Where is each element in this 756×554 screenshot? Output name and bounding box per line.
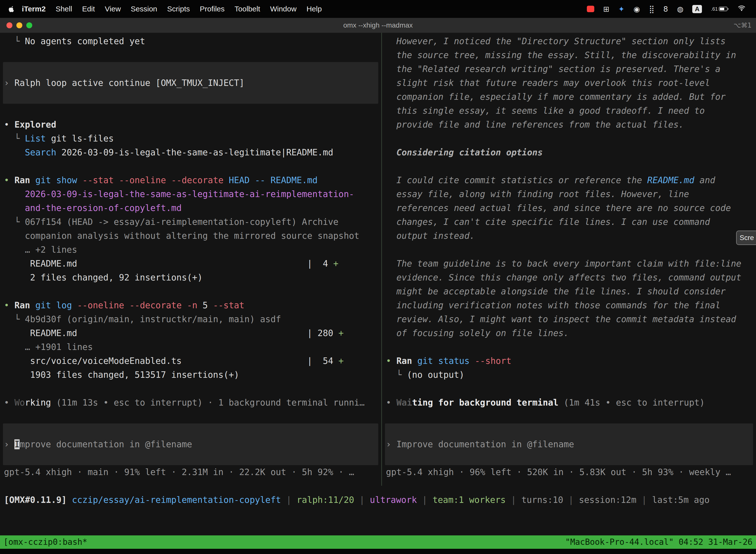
terminal-line: └ 4b9d30f (origin/main, instructkr/main,… <box>4 312 377 326</box>
text-segment: last:5m ago <box>652 495 710 505</box>
terminal-line: of focusing solely on file lines. <box>386 326 752 340</box>
terminal-line: • Ran git log --oneline --decorate -n 5 … <box>4 298 377 312</box>
text-segment: + <box>333 259 338 269</box>
profile-icon[interactable]: ◍ <box>677 5 683 13</box>
text-segment: [OMX#0.11.9] <box>4 495 67 505</box>
text-segment: └ <box>4 314 25 324</box>
text-segment: └ <box>4 36 25 46</box>
menu-item-help[interactable]: Help <box>302 5 327 13</box>
text-segment: --stat <box>213 300 244 310</box>
text-segment: 2026-03-09-is-legal-the-same-as-legitima… <box>56 148 333 157</box>
terminal-line: README.md | 4 + <box>4 257 377 271</box>
ralph-inject-banner[interactable]: › Ralph loop active continue [OMX_TMUX_I… <box>3 62 378 104</box>
text-segment: might be acceptable alongside the file l… <box>386 286 726 296</box>
menu-item-shell[interactable]: Shell <box>51 5 77 13</box>
terminal-line: src/voice/voiceModeEnabled.ts | 54 + <box>4 354 377 368</box>
text-segment <box>30 300 35 310</box>
app-icon-blue[interactable]: ✦ <box>618 5 625 13</box>
text-segment: git ls-files <box>46 133 114 144</box>
text-segment: src/voice/voiceModeEnabled.ts | 54 <box>4 356 338 366</box>
text-segment: • <box>4 175 14 185</box>
battery-icon[interactable]: .61 <box>711 6 729 12</box>
text-segment: companion analysis without altering the … <box>4 231 359 241</box>
text-segment: Improve documentation in @filename <box>396 439 574 449</box>
menu-item-session[interactable]: Session <box>126 5 162 13</box>
bottom-strip <box>0 549 756 554</box>
text-segment: • <box>4 398 14 407</box>
text-segment: | <box>417 495 433 505</box>
terminal-line: • Working (11m 13s • esc to interrupt) ·… <box>4 396 377 409</box>
text-segment: companion file, especially if more comme… <box>386 92 726 102</box>
dots-grid-icon[interactable]: ⣿ <box>649 5 654 13</box>
prompt-input[interactable]: › Improve documentation in @filename <box>385 424 753 465</box>
screen-recording-indicator[interactable] <box>587 6 594 12</box>
apple-menu-icon[interactable] <box>8 5 14 12</box>
wifi-icon[interactable] <box>738 5 746 13</box>
screen-share-notification[interactable]: Scre <box>736 231 756 245</box>
terminal-line: • Ran git show --stat --oneline --decora… <box>4 173 377 187</box>
blank-line <box>386 340 752 354</box>
text-segment: slight risk that future readers may over… <box>386 78 710 88</box>
terminal-line: the source tree, missing the essay. Stil… <box>386 48 752 62</box>
menu-item-iterm2[interactable]: iTerm2 <box>17 5 51 13</box>
blank-line <box>4 48 377 62</box>
text-segment: Wai <box>396 398 412 407</box>
text-segment: mprove documentation in @filename <box>19 439 192 449</box>
text-segment: rking <box>25 398 51 407</box>
screen: iTerm2ShellEditViewSessionScriptsProfile… <box>0 0 756 554</box>
window-title-bar[interactable]: omx --xhigh --madmax ⌥⌘1 <box>0 18 756 33</box>
terminal-line: 2026-03-09-is-legal-the-same-as-legitima… <box>4 187 377 201</box>
text-segment: gpt-5.4 xhigh · 96% left · 520K in · 5.8… <box>386 467 731 477</box>
terminal-line: changes, I can't cite specific file line… <box>386 215 752 229</box>
text-segment: references need actual files, and since … <box>386 203 731 213</box>
text-segment: Wo <box>14 398 25 407</box>
menu-item-toolbelt[interactable]: Toolbelt <box>230 5 265 13</box>
text-segment <box>77 175 82 185</box>
menu-item-scripts[interactable]: Scripts <box>162 5 195 13</box>
terminal-line: companion analysis without altering the … <box>4 229 377 243</box>
blank-line <box>4 409 377 424</box>
text-segment: | <box>506 495 521 505</box>
stat-8-icon[interactable]: 8 <box>663 5 668 13</box>
input-source-icon[interactable]: A <box>692 5 702 13</box>
text-segment: Considering citation options <box>386 148 543 157</box>
app-icon-round[interactable]: ◉ <box>633 5 640 13</box>
text-segment: 1903 files changed, 513517 insertions(+) <box>4 370 239 380</box>
text-segment <box>4 148 25 157</box>
terminal-line: output instead. <box>386 229 752 243</box>
prompt-input[interactable]: › Improve documentation in @filename <box>3 424 378 465</box>
text-segment: Search <box>25 148 56 157</box>
text-segment: The team guideline is to back every impo… <box>386 259 741 269</box>
text-segment: Ralph loop active continue [OMX_TMUX_INJ… <box>14 78 244 88</box>
menu-item-view[interactable]: View <box>100 5 126 13</box>
text-segment: of focusing solely on file lines. <box>386 328 569 338</box>
text-segment: changes, I can't cite specific file line… <box>386 217 710 227</box>
notification-text: Scre <box>740 234 754 242</box>
text-segment: └ <box>4 133 25 144</box>
terminal-line: 2 files changed, 92 insertions(+) <box>4 271 377 284</box>
pane-right: However, I noticed the "Directory Struct… <box>382 33 756 486</box>
text-segment <box>412 356 417 366</box>
text-segment: cczip/essay/ai-reimplementation-copyleft <box>72 495 281 505</box>
menu-bar: iTerm2ShellEditViewSessionScriptsProfile… <box>0 0 756 18</box>
text-segment: git status <box>417 356 469 366</box>
window-grid-icon[interactable]: ⊞ <box>603 5 610 13</box>
text-segment: 067f154 (HEAD -> essay/ai-reimplementati… <box>25 217 338 227</box>
terminal-line: └ List git ls-files <box>4 131 377 146</box>
menu-item-window[interactable]: Window <box>265 5 302 13</box>
text-segment <box>224 175 229 185</box>
terminal-line: review. Also, I might want to inspect th… <box>386 312 752 326</box>
text-segment: this single essay, it seems like a good … <box>386 106 705 116</box>
text-segment: HEAD -- README.md <box>229 175 317 185</box>
window-shortcut-hint: ⌥⌘1 <box>734 18 752 33</box>
text-segment: session:12m <box>579 495 636 505</box>
menu-item-edit[interactable]: Edit <box>77 5 100 13</box>
text-segment <box>67 495 72 505</box>
text-segment <box>30 175 35 185</box>
text-segment: › <box>386 439 396 449</box>
text-segment: However, I noticed the "Directory Struct… <box>386 36 726 46</box>
text-segment: | <box>563 495 579 505</box>
menu-item-profiles[interactable]: Profiles <box>195 5 230 13</box>
text-segment: + <box>338 356 344 366</box>
battery-percent: .61 <box>711 6 718 12</box>
